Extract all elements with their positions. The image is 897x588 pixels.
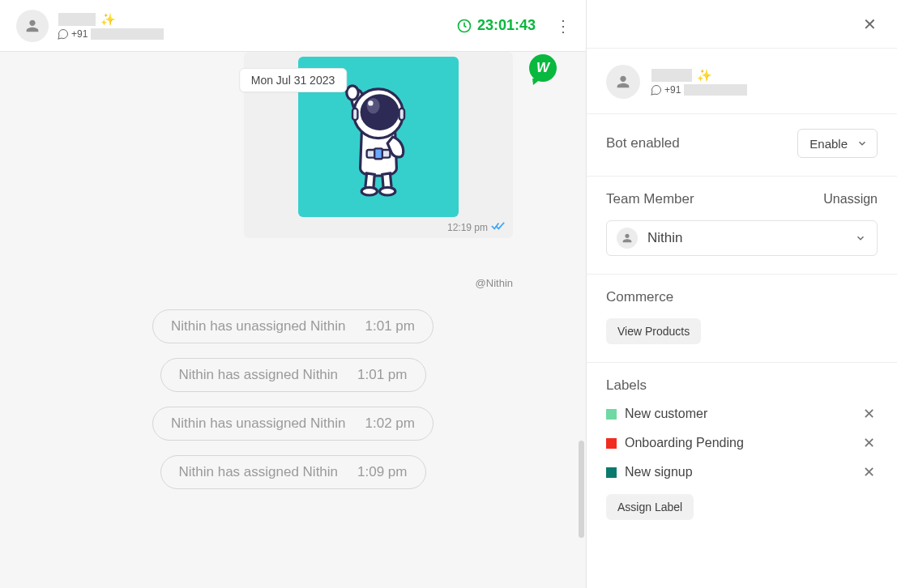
team-label: Team Member bbox=[606, 191, 694, 207]
message-meta: 12:19 pm bbox=[447, 221, 505, 233]
person-icon bbox=[621, 232, 634, 245]
chevron-down-icon bbox=[854, 232, 867, 245]
system-message-time: 1:09 pm bbox=[357, 464, 407, 480]
view-products-button[interactable]: View Products bbox=[606, 318, 701, 344]
system-messages: Nithin has unassigned Nithin 1:01 pm Nit… bbox=[0, 309, 586, 489]
label-item: New signup ✕ bbox=[606, 463, 878, 481]
svg-point-4 bbox=[361, 187, 377, 195]
system-message: Nithin has assigned Nithin 1:09 pm bbox=[160, 455, 426, 489]
close-panel-button[interactable]: ✕ bbox=[858, 13, 881, 36]
svg-point-8 bbox=[367, 98, 380, 113]
chat-panel: ✨ +91 23:01:43 ⋮ Mon Jul 31 2023 W bbox=[0, 0, 587, 588]
system-message-time: 1:01 pm bbox=[365, 318, 415, 334]
details-contact: ✨ +91 bbox=[587, 49, 897, 114]
session-timer: 23:01:43 bbox=[456, 17, 536, 34]
more-menu-button[interactable]: ⋮ bbox=[553, 13, 573, 39]
details-avatar[interactable] bbox=[606, 65, 640, 99]
label-swatch bbox=[606, 409, 617, 420]
bot-section: Bot enabled Enable bbox=[587, 114, 897, 177]
system-message-time: 1:01 pm bbox=[357, 367, 407, 383]
whatsapp-icon bbox=[651, 85, 661, 95]
bot-label: Bot enabled bbox=[606, 135, 680, 151]
system-message: Nithin has unassigned Nithin 1:01 pm bbox=[152, 309, 434, 343]
system-message-text: Nithin has assigned Nithin bbox=[179, 464, 339, 480]
scrollbar[interactable] bbox=[579, 441, 584, 538]
brand-mark-icon: W bbox=[536, 60, 549, 76]
svg-point-9 bbox=[368, 100, 373, 105]
label-swatch bbox=[606, 438, 617, 449]
unassign-link[interactable]: Unassign bbox=[823, 192, 878, 207]
label-text: New customer bbox=[625, 407, 852, 421]
team-section: Team Member Unassign Nithin bbox=[587, 177, 897, 275]
details-phone-masked bbox=[684, 84, 747, 96]
assignee-avatar bbox=[617, 228, 638, 249]
labels-section: Labels New customer ✕ Onboarding Pending… bbox=[587, 363, 897, 538]
sparkle-icon: ✨ bbox=[697, 68, 712, 83]
person-icon bbox=[23, 17, 41, 35]
chat-body: Mon Jul 31 2023 W bbox=[0, 52, 586, 588]
remove-label-button[interactable]: ✕ bbox=[860, 463, 878, 481]
clock-icon bbox=[456, 18, 472, 34]
label-text: Onboarding Pending bbox=[625, 436, 852, 450]
label-item: Onboarding Pending ✕ bbox=[606, 434, 878, 452]
svg-rect-10 bbox=[352, 109, 357, 120]
whatsapp-icon bbox=[58, 29, 68, 39]
assign-label-button[interactable]: Assign Label bbox=[606, 494, 694, 520]
labels-heading: Labels bbox=[606, 377, 647, 393]
sparkle-icon: ✨ bbox=[100, 12, 116, 27]
details-name-masked bbox=[651, 69, 692, 82]
commerce-section: Commerce View Products bbox=[587, 275, 897, 363]
contact-name-masked bbox=[58, 13, 96, 26]
details-header: ✕ bbox=[587, 0, 897, 49]
date-chip: Mon Jul 31 2023 bbox=[239, 68, 348, 92]
phone-prefix: +91 bbox=[71, 28, 88, 40]
svg-point-7 bbox=[361, 94, 399, 130]
svg-rect-11 bbox=[399, 109, 404, 120]
details-phone-prefix: +91 bbox=[664, 84, 681, 96]
brand-bubble: W bbox=[529, 54, 557, 82]
remove-label-button[interactable]: ✕ bbox=[860, 405, 878, 423]
label-swatch bbox=[606, 467, 617, 478]
message-author: @Nithin bbox=[476, 277, 513, 289]
system-message-text: Nithin has unassigned Nithin bbox=[171, 318, 345, 334]
contact-info: ✨ +91 bbox=[58, 12, 164, 40]
chevron-down-icon bbox=[856, 137, 869, 150]
system-message: Nithin has unassigned Nithin 1:02 pm bbox=[152, 407, 434, 441]
system-message-text: Nithin has assigned Nithin bbox=[179, 367, 339, 383]
timer-value: 23:01:43 bbox=[477, 17, 536, 34]
svg-point-5 bbox=[380, 187, 395, 195]
bot-enable-select[interactable]: Enable bbox=[797, 129, 878, 158]
message-time: 12:19 pm bbox=[447, 222, 488, 233]
label-item: New customer ✕ bbox=[606, 405, 878, 423]
read-ticks-icon bbox=[491, 221, 505, 233]
system-message-text: Nithin has unassigned Nithin bbox=[171, 415, 345, 432]
system-message: Nithin has assigned Nithin 1:01 pm bbox=[160, 358, 426, 392]
details-panel: ✕ ✨ +91 Bot enabled Enable bbox=[587, 0, 897, 588]
chat-header: ✨ +91 23:01:43 ⋮ bbox=[0, 0, 586, 52]
svg-point-1 bbox=[347, 86, 358, 100]
label-text: New signup bbox=[625, 465, 852, 479]
contact-phone-masked bbox=[91, 28, 164, 40]
svg-rect-3 bbox=[374, 148, 382, 159]
person-icon bbox=[614, 73, 632, 91]
remove-label-button[interactable]: ✕ bbox=[860, 434, 878, 452]
bot-enable-value: Enable bbox=[809, 137, 848, 151]
labels-list: New customer ✕ Onboarding Pending ✕ New … bbox=[606, 405, 878, 481]
assignee-name: Nithin bbox=[647, 230, 854, 246]
team-member-select[interactable]: Nithin bbox=[606, 220, 878, 256]
system-message-time: 1:02 pm bbox=[365, 415, 415, 432]
commerce-label: Commerce bbox=[606, 289, 673, 305]
contact-avatar[interactable] bbox=[16, 10, 49, 42]
